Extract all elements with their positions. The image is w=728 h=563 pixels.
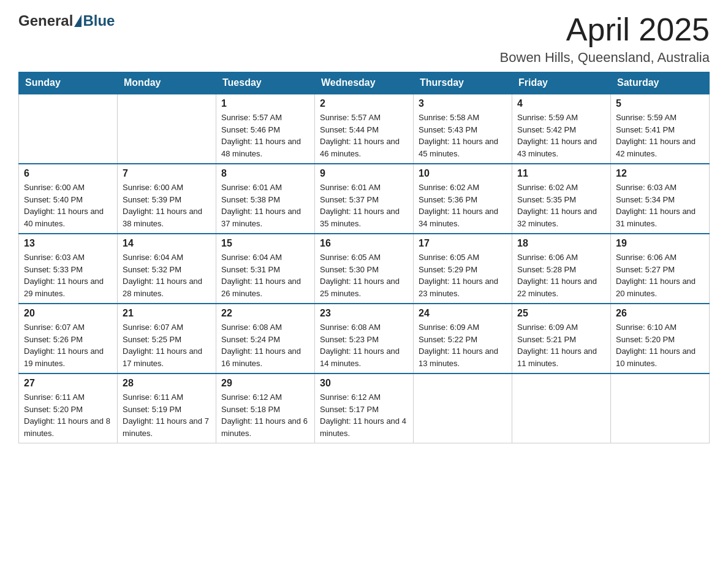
logo: General Blue [18, 12, 115, 29]
day-number: 14 [123, 238, 211, 249]
calendar-cell: 16Sunrise: 6:05 AMSunset: 5:30 PMDayligh… [315, 234, 414, 304]
calendar-cell: 26Sunrise: 6:10 AMSunset: 5:20 PMDayligh… [611, 304, 710, 373]
day-number: 18 [517, 238, 605, 249]
day-number: 28 [123, 378, 211, 389]
day-info: Sunrise: 6:12 AMSunset: 5:17 PMDaylight:… [320, 391, 408, 439]
weekday-header-friday: Friday [512, 72, 611, 94]
calendar-cell: 30Sunrise: 6:12 AMSunset: 5:17 PMDayligh… [315, 373, 414, 443]
calendar-cell [512, 373, 611, 443]
page-header: General Blue April 2025 Bowen Hills, Que… [18, 12, 710, 66]
day-info: Sunrise: 6:06 AMSunset: 5:27 PMDaylight:… [616, 251, 704, 299]
logo-blue-text: Blue [83, 12, 115, 29]
calendar-cell: 6Sunrise: 6:00 AMSunset: 5:40 PMDaylight… [19, 164, 118, 234]
day-info: Sunrise: 5:59 AMSunset: 5:42 PMDaylight:… [517, 112, 605, 159]
day-number: 9 [320, 168, 408, 179]
calendar-cell: 12Sunrise: 6:03 AMSunset: 5:34 PMDayligh… [611, 164, 710, 234]
day-info: Sunrise: 6:00 AMSunset: 5:40 PMDaylight:… [24, 182, 112, 229]
day-number: 5 [616, 98, 704, 109]
day-number: 8 [221, 168, 309, 179]
day-number: 29 [221, 378, 309, 389]
day-info: Sunrise: 5:57 AMSunset: 5:44 PMDaylight:… [320, 112, 408, 159]
day-info: Sunrise: 6:09 AMSunset: 5:21 PMDaylight:… [517, 321, 605, 369]
calendar-cell: 10Sunrise: 6:02 AMSunset: 5:36 PMDayligh… [414, 164, 512, 234]
calendar-cell: 15Sunrise: 6:04 AMSunset: 5:31 PMDayligh… [216, 234, 315, 304]
calendar-cell [611, 373, 710, 443]
weekday-header-row: SundayMondayTuesdayWednesdayThursdayFrid… [19, 72, 710, 94]
week-row-1: 1Sunrise: 5:57 AMSunset: 5:46 PMDaylight… [19, 94, 710, 164]
calendar-cell: 28Sunrise: 6:11 AMSunset: 5:19 PMDayligh… [118, 373, 216, 443]
calendar-cell: 13Sunrise: 6:03 AMSunset: 5:33 PMDayligh… [19, 234, 118, 304]
calendar-cell: 14Sunrise: 6:04 AMSunset: 5:32 PMDayligh… [118, 234, 216, 304]
day-info: Sunrise: 6:08 AMSunset: 5:23 PMDaylight:… [320, 321, 408, 369]
calendar-cell: 2Sunrise: 5:57 AMSunset: 5:44 PMDaylight… [315, 94, 414, 164]
calendar-cell: 18Sunrise: 6:06 AMSunset: 5:28 PMDayligh… [512, 234, 611, 304]
day-info: Sunrise: 6:01 AMSunset: 5:38 PMDaylight:… [221, 182, 309, 229]
day-number: 23 [320, 308, 408, 319]
day-info: Sunrise: 5:58 AMSunset: 5:43 PMDaylight:… [419, 112, 507, 159]
calendar-cell: 27Sunrise: 6:11 AMSunset: 5:20 PMDayligh… [19, 373, 118, 443]
calendar-cell: 8Sunrise: 6:01 AMSunset: 5:38 PMDaylight… [216, 164, 315, 234]
calendar-cell: 20Sunrise: 6:07 AMSunset: 5:26 PMDayligh… [19, 304, 118, 373]
title-section: April 2025 Bowen Hills, Queensland, Aust… [500, 12, 710, 66]
day-number: 2 [320, 98, 408, 109]
day-number: 11 [517, 168, 605, 179]
day-info: Sunrise: 6:07 AMSunset: 5:26 PMDaylight:… [24, 321, 112, 369]
week-row-2: 6Sunrise: 6:00 AMSunset: 5:40 PMDaylight… [19, 164, 710, 234]
day-info: Sunrise: 6:04 AMSunset: 5:32 PMDaylight:… [123, 251, 211, 299]
day-number: 20 [24, 308, 112, 319]
day-info: Sunrise: 6:02 AMSunset: 5:35 PMDaylight:… [517, 182, 605, 229]
weekday-header-wednesday: Wednesday [315, 72, 414, 94]
calendar-cell: 21Sunrise: 6:07 AMSunset: 5:25 PMDayligh… [118, 304, 216, 373]
day-info: Sunrise: 5:59 AMSunset: 5:41 PMDaylight:… [616, 112, 704, 159]
calendar-cell: 1Sunrise: 5:57 AMSunset: 5:46 PMDaylight… [216, 94, 315, 164]
day-info: Sunrise: 6:05 AMSunset: 5:30 PMDaylight:… [320, 251, 408, 299]
calendar-cell: 19Sunrise: 6:06 AMSunset: 5:27 PMDayligh… [611, 234, 710, 304]
day-info: Sunrise: 6:02 AMSunset: 5:36 PMDaylight:… [419, 182, 507, 229]
location-title: Bowen Hills, Queensland, Australia [500, 50, 710, 66]
day-info: Sunrise: 6:09 AMSunset: 5:22 PMDaylight:… [419, 321, 507, 369]
calendar-cell [19, 94, 118, 164]
month-title: April 2025 [500, 12, 710, 47]
calendar-cell: 3Sunrise: 5:58 AMSunset: 5:43 PMDaylight… [414, 94, 512, 164]
day-number: 24 [419, 308, 507, 319]
calendar-table: SundayMondayTuesdayWednesdayThursdayFrid… [18, 72, 710, 443]
day-number: 7 [123, 168, 211, 179]
day-info: Sunrise: 6:10 AMSunset: 5:20 PMDaylight:… [616, 321, 704, 369]
calendar-cell: 24Sunrise: 6:09 AMSunset: 5:22 PMDayligh… [414, 304, 512, 373]
week-row-5: 27Sunrise: 6:11 AMSunset: 5:20 PMDayligh… [19, 373, 710, 443]
day-number: 13 [24, 238, 112, 249]
day-info: Sunrise: 6:08 AMSunset: 5:24 PMDaylight:… [221, 321, 309, 369]
day-info: Sunrise: 6:03 AMSunset: 5:33 PMDaylight:… [24, 251, 112, 299]
day-number: 16 [320, 238, 408, 249]
calendar-cell: 5Sunrise: 5:59 AMSunset: 5:41 PMDaylight… [611, 94, 710, 164]
day-number: 27 [24, 378, 112, 389]
day-number: 10 [419, 168, 507, 179]
day-info: Sunrise: 5:57 AMSunset: 5:46 PMDaylight:… [221, 112, 309, 159]
calendar-cell: 11Sunrise: 6:02 AMSunset: 5:35 PMDayligh… [512, 164, 611, 234]
day-number: 21 [123, 308, 211, 319]
day-info: Sunrise: 6:05 AMSunset: 5:29 PMDaylight:… [419, 251, 507, 299]
day-info: Sunrise: 6:07 AMSunset: 5:25 PMDaylight:… [123, 321, 211, 369]
calendar-cell: 9Sunrise: 6:01 AMSunset: 5:37 PMDaylight… [315, 164, 414, 234]
day-info: Sunrise: 6:11 AMSunset: 5:19 PMDaylight:… [123, 391, 211, 439]
calendar-cell: 22Sunrise: 6:08 AMSunset: 5:24 PMDayligh… [216, 304, 315, 373]
day-info: Sunrise: 6:04 AMSunset: 5:31 PMDaylight:… [221, 251, 309, 299]
calendar-cell: 4Sunrise: 5:59 AMSunset: 5:42 PMDaylight… [512, 94, 611, 164]
weekday-header-monday: Monday [118, 72, 216, 94]
weekday-header-tuesday: Tuesday [216, 72, 315, 94]
day-number: 30 [320, 378, 408, 389]
day-info: Sunrise: 6:11 AMSunset: 5:20 PMDaylight:… [24, 391, 112, 439]
day-number: 26 [616, 308, 704, 319]
calendar-cell [118, 94, 216, 164]
day-number: 17 [419, 238, 507, 249]
day-info: Sunrise: 6:06 AMSunset: 5:28 PMDaylight:… [517, 251, 605, 299]
day-number: 3 [419, 98, 507, 109]
day-info: Sunrise: 6:12 AMSunset: 5:18 PMDaylight:… [221, 391, 309, 439]
calendar-cell: 7Sunrise: 6:00 AMSunset: 5:39 PMDaylight… [118, 164, 216, 234]
weekday-header-sunday: Sunday [19, 72, 118, 94]
day-number: 12 [616, 168, 704, 179]
day-number: 1 [221, 98, 309, 109]
calendar-cell: 23Sunrise: 6:08 AMSunset: 5:23 PMDayligh… [315, 304, 414, 373]
week-row-3: 13Sunrise: 6:03 AMSunset: 5:33 PMDayligh… [19, 234, 710, 304]
day-info: Sunrise: 6:00 AMSunset: 5:39 PMDaylight:… [123, 182, 211, 229]
